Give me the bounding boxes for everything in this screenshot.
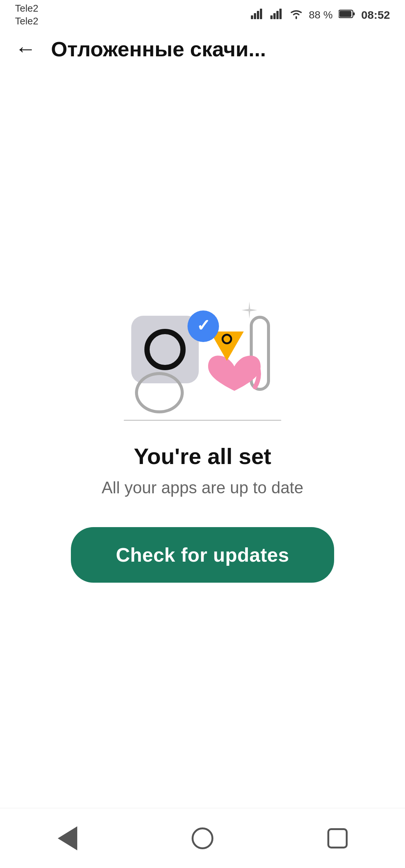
status-right: 88 % 08:52 [251,9,390,22]
nav-back-button[interactable] [54,825,81,851]
pin-hole [222,334,232,344]
svg-rect-3 [260,9,262,19]
svg-rect-4 [270,15,273,19]
battery-icon [339,9,355,21]
svg-rect-2 [257,11,259,19]
signal-icon [251,9,264,22]
nav-recents-icon [327,828,348,848]
circle-icon [144,329,186,370]
signal2-icon [270,9,284,22]
svg-rect-5 [273,13,276,19]
subtext: All your apps are up to date [102,478,303,497]
wifi-icon [290,9,303,22]
nav-back-icon [58,826,77,850]
check-badge: ✓ [188,310,219,342]
illustration: ✓ [124,293,281,421]
svg-rect-10 [339,11,351,17]
back-button[interactable]: ← [15,38,36,59]
carrier1: Tele2 [15,2,38,15]
checkmark-icon: ✓ [196,317,210,334]
nav-recents-button[interactable] [324,825,351,851]
svg-rect-0 [251,15,253,19]
chat-bubble-icon [135,372,184,413]
svg-rect-1 [254,13,256,19]
main-content: ✓ You're all set All your apps are up to… [0,68,405,808]
bottom-nav [0,808,405,868]
carrier-info: Tele2 Tele2 [15,2,38,28]
svg-rect-9 [353,12,355,15]
battery-text: 88 % [309,9,333,21]
time-display: 08:52 [361,9,390,21]
status-bar: Tele2 Tele2 88 [0,0,405,30]
page-title: Отложенные скачи... [51,37,266,61]
nav-home-icon [192,827,213,849]
headline-text: You're all set [134,443,272,469]
top-nav: ← Отложенные скачи... [0,30,405,68]
check-updates-button[interactable]: Check for updates [71,527,334,583]
svg-rect-7 [279,9,282,19]
carrier2: Tele2 [15,15,38,28]
nav-home-button[interactable] [189,825,216,851]
svg-rect-6 [276,11,279,19]
ground-line [124,420,281,421]
